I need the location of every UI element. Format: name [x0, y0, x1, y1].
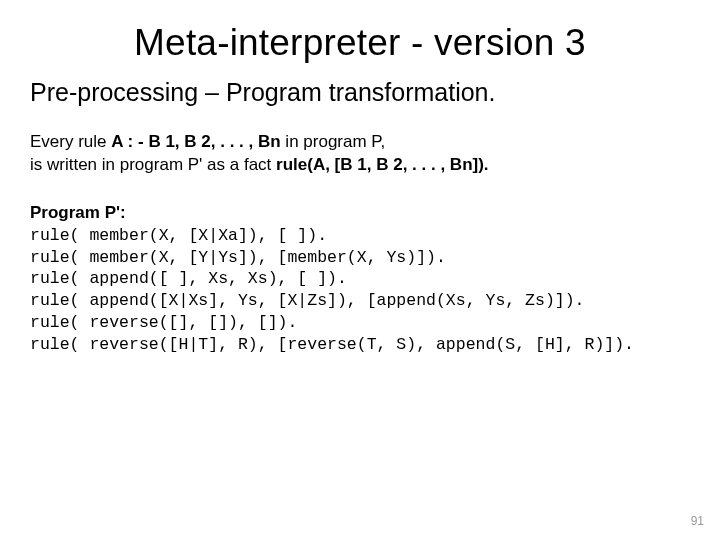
program-label: Program P': — [30, 203, 690, 223]
para-line1-c: in program P, — [285, 132, 385, 151]
para-line2-fact: rule(A, [B 1, B 2, . . . , Bn]). — [276, 155, 489, 174]
slide: Meta-interpreter - version 3 Pre-process… — [0, 0, 720, 540]
code-line: rule( reverse([], []), []). — [30, 313, 297, 332]
code-block: rule( member(X, [X|Xa]), [ ]). rule( mem… — [30, 225, 690, 356]
subtitle: Pre-processing – Program transformation. — [30, 78, 690, 107]
para-line1-rule: A : - B 1, B 2, . . . , Bn — [111, 132, 285, 151]
transformation-description: Every rule A : - B 1, B 2, . . . , Bn in… — [30, 131, 690, 177]
code-line: rule( member(X, [Y|Ys]), [member(X, Ys)]… — [30, 248, 446, 267]
page-number: 91 — [691, 514, 704, 528]
para-line2-a: is written in program P' as a fact — [30, 155, 276, 174]
code-line: rule( append([X|Xs], Ys, [X|Zs]), [appen… — [30, 291, 585, 310]
code-line: rule( reverse([H|T], R), [reverse(T, S),… — [30, 335, 634, 354]
code-line: rule( member(X, [X|Xa]), [ ]). — [30, 226, 327, 245]
code-line: rule( append([ ], Xs, Xs), [ ]). — [30, 269, 347, 288]
page-title: Meta-interpreter - version 3 — [30, 22, 690, 64]
para-line1-a: Every rule — [30, 132, 111, 151]
